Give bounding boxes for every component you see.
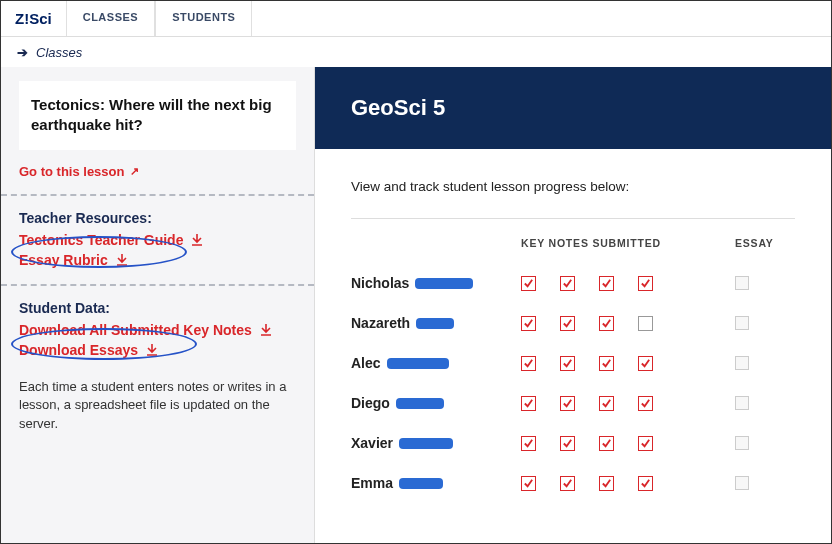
sidebar-note: Each time a student enters notes or writ… [19, 378, 296, 435]
download-icon [146, 344, 158, 356]
keynotes-header: KEY NOTES SUBMITTED [521, 237, 711, 249]
student-name[interactable]: Diego [351, 395, 521, 411]
checkbox[interactable] [521, 436, 536, 451]
essay-checkbox[interactable] [735, 276, 749, 290]
checkbox[interactable] [521, 476, 536, 491]
checkbox[interactable] [599, 476, 614, 491]
checkbox[interactable] [599, 276, 614, 291]
redacted-surname [396, 398, 444, 409]
table-row: Diego [351, 383, 795, 423]
redacted-surname [399, 438, 453, 449]
go-to-lesson-label: Go to this lesson [19, 164, 124, 179]
checkbox[interactable] [599, 436, 614, 451]
checkbox[interactable] [638, 356, 653, 371]
external-link-icon: ↗ [130, 165, 139, 178]
download-keynotes-link[interactable]: Download All Submitted Key Notes [19, 320, 272, 340]
arrow-right-icon: ➔ [17, 45, 28, 60]
keynote-checks [521, 356, 711, 371]
keynote-checks [521, 476, 711, 491]
essay-checkbox[interactable] [735, 476, 749, 490]
student-name[interactable]: Emma [351, 475, 521, 491]
table-row: Alec [351, 343, 795, 383]
student-name[interactable]: Nicholas [351, 275, 521, 291]
checkbox[interactable] [521, 396, 536, 411]
class-title: GeoSci 5 [351, 95, 795, 121]
topbar: Z!Sci CLASSES STUDENTS [1, 1, 831, 37]
student-name[interactable]: Alec [351, 355, 521, 371]
table-row: Xavier [351, 423, 795, 463]
teacher-guide-label: Tectonics Teacher Guide [19, 232, 183, 248]
divider [1, 194, 314, 196]
lesson-title: Tectonics: Where will the next big earth… [31, 95, 284, 136]
download-essays-link[interactable]: Download Essays [19, 340, 158, 360]
keynote-checks [521, 396, 711, 411]
content: GeoSci 5 View and track student lesson p… [315, 67, 831, 543]
teacher-guide-link[interactable]: Tectonics Teacher Guide [19, 230, 203, 250]
checkbox[interactable] [560, 316, 575, 331]
breadcrumb: ➔ Classes [1, 37, 831, 68]
table-row: Nazareth [351, 303, 795, 343]
table-row: Nicholas [351, 263, 795, 303]
download-icon [116, 254, 128, 266]
essay-header: ESSAY [735, 237, 795, 249]
breadcrumb-item[interactable]: Classes [36, 45, 82, 60]
tab-students[interactable]: STUDENTS [155, 1, 252, 36]
checkbox[interactable] [599, 396, 614, 411]
essay-checkbox[interactable] [735, 316, 749, 330]
sidebar: Tectonics: Where will the next big earth… [1, 67, 315, 543]
download-icon [191, 234, 203, 246]
class-body: View and track student lesson progress b… [315, 149, 831, 543]
redacted-surname [415, 278, 473, 289]
main: Tectonics: Where will the next big earth… [1, 67, 831, 543]
checkbox[interactable] [599, 316, 614, 331]
instruction-text: View and track student lesson progress b… [351, 179, 795, 194]
student-data-label: Student Data: [19, 300, 296, 316]
checkbox[interactable] [638, 476, 653, 491]
checkbox[interactable] [521, 276, 536, 291]
essay-checkbox[interactable] [735, 436, 749, 450]
checkbox[interactable] [560, 476, 575, 491]
table-header: KEY NOTES SUBMITTED ESSAY [351, 231, 795, 263]
checkbox[interactable] [638, 396, 653, 411]
essay-rubric-label: Essay Rubric [19, 252, 108, 268]
table-row: Emma [351, 463, 795, 503]
download-essays-label: Download Essays [19, 342, 138, 358]
class-header: GeoSci 5 [315, 67, 831, 149]
download-icon [260, 324, 272, 336]
checkbox[interactable] [560, 396, 575, 411]
checkbox[interactable] [560, 276, 575, 291]
checkbox[interactable] [638, 436, 653, 451]
essay-checkbox[interactable] [735, 356, 749, 370]
checkbox[interactable] [638, 276, 653, 291]
checkbox[interactable] [560, 356, 575, 371]
student-name[interactable]: Nazareth [351, 315, 521, 331]
teacher-resources-label: Teacher Resources: [19, 210, 296, 226]
checkbox[interactable] [638, 316, 653, 331]
essay-checkbox[interactable] [735, 396, 749, 410]
checkbox[interactable] [599, 356, 614, 371]
redacted-surname [399, 478, 443, 489]
checkbox[interactable] [560, 436, 575, 451]
keynote-checks [521, 316, 711, 331]
tab-classes[interactable]: CLASSES [66, 1, 155, 36]
student-name[interactable]: Xavier [351, 435, 521, 451]
essay-rubric-link[interactable]: Essay Rubric [19, 250, 128, 270]
checkbox[interactable] [521, 316, 536, 331]
lesson-card: Tectonics: Where will the next big earth… [19, 81, 296, 150]
divider [351, 218, 795, 219]
keynote-checks [521, 276, 711, 291]
progress-table: KEY NOTES SUBMITTED ESSAY NicholasNazare… [351, 231, 795, 503]
keynote-checks [521, 436, 711, 451]
go-to-lesson-link[interactable]: Go to this lesson ↗ [19, 164, 139, 179]
download-keynotes-label: Download All Submitted Key Notes [19, 322, 252, 338]
app-logo: Z!Sci [1, 1, 66, 36]
redacted-surname [387, 358, 449, 369]
redacted-surname [416, 318, 454, 329]
checkbox[interactable] [521, 356, 536, 371]
divider [1, 284, 314, 286]
